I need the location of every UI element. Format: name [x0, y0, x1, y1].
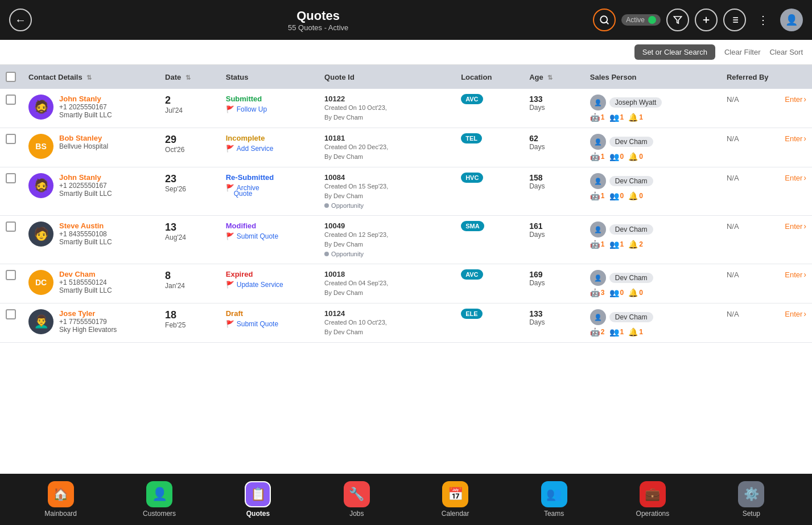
nav-item-teams[interactable]: 👥 Teams [505, 481, 603, 518]
table-row: 🧔 John Stanly +1 2025550167 Smartly Buil… [0, 89, 812, 128]
enter-label: Enter [785, 95, 802, 104]
clear-filter-link[interactable]: Clear Filter [724, 48, 761, 56]
quote-id[interactable]: 10124 [324, 309, 450, 318]
add-button[interactable] [695, 9, 718, 31]
status-label: Incomplete [226, 134, 313, 142]
age-days: 161 [529, 222, 579, 231]
opportunity-badge[interactable]: Opportunity [324, 202, 364, 209]
group-icon: 👥 [609, 288, 619, 297]
nav-item-setup[interactable]: ⚙️ Setup [702, 481, 801, 518]
toggle-switch[interactable]: Active [621, 14, 661, 26]
quote-id[interactable]: 10049 [324, 222, 450, 230]
sp-group-group: 👥 0 [609, 288, 624, 297]
sp-count-3: 1 [639, 328, 643, 336]
status-action[interactable]: 🚩Submit Quote [226, 232, 313, 240]
status-action[interactable]: 🚩Follow Up [226, 105, 313, 113]
nav-label-calendar: Calendar [442, 510, 469, 518]
date-cell: 13 Aug'24 [159, 216, 220, 264]
referred-value: N/A [727, 95, 739, 104]
contact-name[interactable]: Steve Austin [59, 222, 112, 230]
header-referred[interactable]: Referred By [721, 65, 812, 89]
sp-icons-row: 🤖 3 👥 0 🔔 0 [590, 288, 715, 297]
list-view-button[interactable] [723, 9, 746, 31]
more-options-button[interactable]: ⋮ [752, 9, 774, 31]
enter-button[interactable]: Enter › [785, 173, 806, 182]
enter-button[interactable]: Enter › [785, 134, 806, 143]
back-button[interactable]: ← [9, 9, 32, 31]
sp-avatar: 👤 [590, 222, 606, 237]
location-cell: AVC [455, 89, 524, 128]
sp-name-row: 👤 Dev Cham [590, 309, 715, 325]
quote-id[interactable]: 10122 [324, 95, 450, 103]
avatar: 🧔 [28, 173, 53, 198]
search-button[interactable] [593, 9, 616, 31]
location-cell: SMA [455, 216, 524, 264]
group-icon: 👥 [609, 152, 619, 161]
enter-button[interactable]: Enter › [785, 95, 806, 104]
header-status[interactable]: Status [220, 65, 319, 89]
sp-count-3: 0 [639, 153, 643, 161]
salesperson-info: 👤 Dev Cham 🤖 1 👥 1 🔔 2 [590, 222, 715, 249]
quotes-table: Contact Details ⇅ Date ⇅ Status Quote Id… [0, 65, 812, 343]
header-date[interactable]: Date ⇅ [159, 65, 220, 89]
opportunity-badge[interactable]: Opportunity [324, 251, 364, 257]
nav-item-quotes[interactable]: 📋 Quotes [209, 481, 307, 518]
profile-avatar[interactable]: 👤 [780, 9, 803, 31]
nav-item-jobs[interactable]: 🔧 Jobs [307, 481, 406, 518]
enter-button[interactable]: Enter › [785, 270, 806, 279]
sp-count-2: 0 [620, 192, 624, 200]
status-label: Expired [226, 270, 313, 278]
row-checkbox[interactable] [6, 309, 16, 319]
nav-item-operations[interactable]: 💼 Operations [603, 481, 702, 518]
sp-count-2: 0 [620, 153, 624, 161]
status-action[interactable]: 🚩Update Service [226, 281, 313, 289]
quote-id[interactable]: 10018 [324, 270, 450, 278]
header-checkbox-col [0, 65, 23, 89]
enter-button[interactable]: Enter › [785, 222, 806, 231]
enter-button[interactable]: Enter › [785, 309, 806, 318]
contact-name[interactable]: John Stanly [59, 173, 112, 182]
clear-sort-link[interactable]: Clear Sort [769, 48, 803, 56]
quotes-icon: 📋 [245, 481, 271, 507]
filter-button[interactable] [666, 9, 689, 31]
row-checkbox[interactable] [6, 134, 16, 144]
row-checkbox[interactable] [6, 270, 16, 280]
contact-name[interactable]: Dev Cham [59, 270, 112, 278]
quote-id[interactable]: 10084 [324, 173, 450, 182]
avatar: 🧑 [28, 222, 53, 247]
header-salesperson[interactable]: Sales Person [584, 65, 721, 89]
contact-info: DC Dev Cham +1 5185550124 Smartly Built … [28, 270, 154, 295]
row-checkbox[interactable] [6, 173, 16, 183]
date-month: Sep'26 [165, 185, 215, 193]
status-action-2[interactable]: Quote [226, 190, 313, 198]
age-days: 169 [529, 270, 579, 279]
header-location[interactable]: Location [455, 65, 524, 89]
nav-item-customers[interactable]: 👤 Customers [110, 481, 208, 518]
age-label-text: Days [529, 279, 579, 287]
age-sort-icon: ⇅ [547, 74, 553, 81]
row-checkbox[interactable] [6, 95, 16, 105]
header-age[interactable]: Age ⇅ [524, 65, 584, 89]
status-action[interactable]: 🚩Add Service [226, 145, 313, 153]
row-checkbox[interactable] [6, 222, 16, 232]
sp-count-3: 0 [639, 289, 643, 297]
contact-name[interactable]: John Stanly [59, 95, 112, 103]
sp-icons-row: 🤖 2 👥 1 🔔 1 [590, 327, 715, 337]
nav-label-teams: Teams [544, 510, 564, 518]
header-contact[interactable]: Contact Details ⇅ [23, 65, 159, 89]
nav-item-mainboard[interactable]: 🏠 Mainboard [11, 481, 110, 518]
age-cell: 161 Days [524, 216, 584, 264]
nav-item-calendar[interactable]: 📅 Calendar [406, 481, 505, 518]
select-all-checkbox[interactable] [6, 72, 16, 82]
contact-phone: Bellvue Hospital [59, 142, 108, 150]
header-quoteid[interactable]: Quote Id [319, 65, 455, 89]
robot-icon: 🤖 [590, 152, 600, 161]
contact-name[interactable]: Jose Tyler [59, 309, 117, 318]
nav-label-quotes: Quotes [246, 510, 270, 518]
tooltip-bar: Set or Clear Search Clear Filter Clear S… [0, 40, 812, 65]
contact-name[interactable]: Bob Stanley [59, 134, 108, 142]
quote-id[interactable]: 10181 [324, 134, 450, 142]
status-action[interactable]: 🚩Submit Quote [226, 320, 313, 328]
opp-dot [324, 203, 329, 208]
robot-icon: 🤖 [590, 240, 600, 249]
